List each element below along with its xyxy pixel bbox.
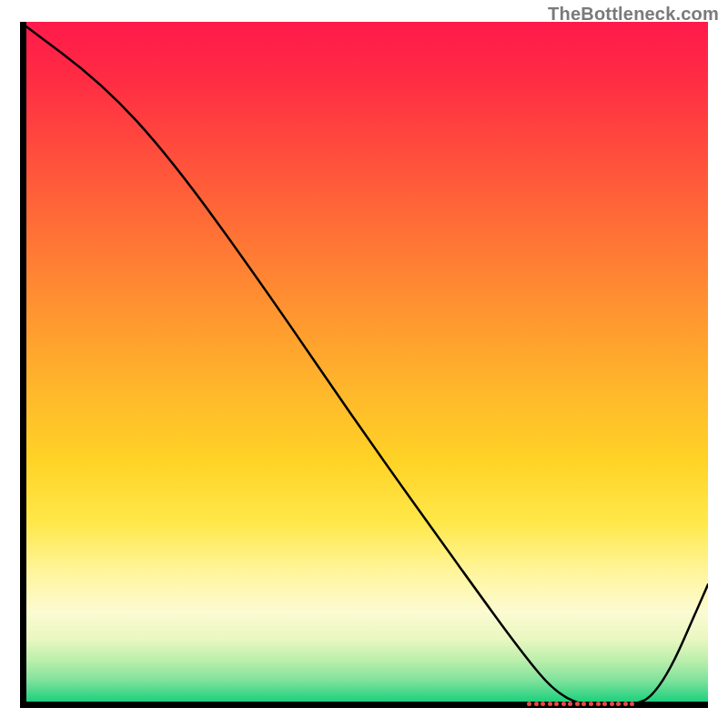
- chart-plot-area: [20, 22, 708, 708]
- valley-marker-dot: [630, 702, 634, 706]
- valley-marker-dot: [534, 702, 539, 706]
- valley-marker-strip: [20, 22, 708, 708]
- valley-marker-dot: [548, 702, 552, 706]
- valley-marker-dot: [623, 702, 628, 706]
- valley-marker-dot: [602, 702, 607, 706]
- valley-marker-dot: [568, 702, 572, 706]
- valley-marker-dot: [575, 702, 580, 706]
- valley-marker-dot: [589, 702, 593, 706]
- valley-marker-dot: [561, 702, 566, 706]
- valley-marker-dot: [610, 702, 614, 706]
- valley-marker-dot: [527, 702, 531, 706]
- valley-marker-dot: [581, 702, 586, 706]
- watermark-label: TheBottleneck.com: [548, 4, 719, 25]
- valley-marker-dot: [541, 702, 545, 706]
- valley-marker-dot: [616, 702, 621, 706]
- valley-marker-dot: [596, 702, 601, 706]
- valley-marker-dot: [554, 702, 559, 706]
